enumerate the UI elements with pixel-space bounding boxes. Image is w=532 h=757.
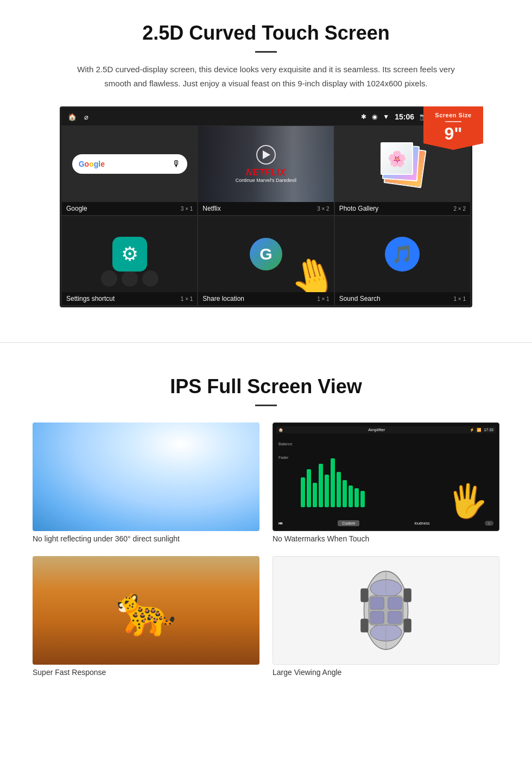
cheetah-emoji: 🐆 xyxy=(116,582,176,639)
app-tile-netflix[interactable]: NETFLIX Continue Marvel's Daredevil Netf… xyxy=(198,125,334,216)
shadow-circle-2 xyxy=(122,270,138,287)
share-app-name: Share location xyxy=(202,295,244,302)
amp-title: Amplifier xyxy=(368,427,385,432)
amp-toggle[interactable]: ○ xyxy=(485,521,493,526)
amp-bottom-bar: ⏮ Custom loudness ○ xyxy=(276,519,496,527)
netflix-overlay: NETFLIX Continue Marvel's Daredevil xyxy=(204,145,328,183)
google-app-name: Google xyxy=(66,205,87,212)
page-separator xyxy=(0,342,532,343)
shadow-circle-3 xyxy=(142,270,159,287)
amp-bar-3 xyxy=(313,483,317,507)
apps-grid-row2: ⚙ Settings shortcut 1 × 1 xyxy=(61,216,471,306)
netflix-app-size: 3 × 2 xyxy=(317,206,330,212)
sunlight-image xyxy=(33,422,259,531)
section1-title: 2.5D Curved Touch Screen xyxy=(33,22,499,45)
sound-icon-circle: 🎵 xyxy=(385,237,420,272)
app-tile-sound-search[interactable]: 🎵 Sound Search 1 × 1 xyxy=(334,216,471,306)
netflix-play-button[interactable] xyxy=(256,145,276,165)
app-tile-share-location[interactable]: G 🤚 Share location 1 × 1 xyxy=(198,216,334,306)
photo-label: Photo Gallery 2 × 2 xyxy=(335,202,470,215)
amplifier-label: No Watermarks When Touch xyxy=(273,534,499,543)
amp-bar-5 xyxy=(325,475,329,507)
amp-custom-btn[interactable]: Custom xyxy=(338,520,359,526)
amp-bars-container: 🖐 xyxy=(301,438,493,515)
sunlight-label: No light reflecting under 360° direct su… xyxy=(33,534,259,543)
amp-label-fader: Fader xyxy=(278,456,297,459)
svg-rect-5 xyxy=(388,597,402,610)
bluetooth-icon: ✱ xyxy=(361,113,366,121)
hu-statusbar: 🏠 ⌀ ✱ ◉ ▼ 15:06 📷 🔊 ☒ ▭ xyxy=(61,108,471,125)
car-label: Large Viewing Angle xyxy=(273,668,499,677)
svg-rect-10 xyxy=(360,619,368,632)
section-curved: 2.5D Curved Touch Screen With 2.5D curve… xyxy=(0,0,532,326)
badge-size: 9" xyxy=(428,125,479,142)
section1-divider xyxy=(255,51,277,53)
amp-bar-7 xyxy=(337,472,341,507)
amp-hand-icon: 🖐 xyxy=(447,482,488,520)
gear-icon: ⚙ xyxy=(121,243,138,266)
hand-icon: 🤚 xyxy=(284,250,334,292)
svg-rect-9 xyxy=(403,589,411,602)
svg-rect-7 xyxy=(388,611,402,624)
amp-sidebar: Balance Fader xyxy=(278,438,297,459)
app-tile-google[interactable]: Google 🎙 Google 3 × 1 xyxy=(61,125,198,216)
home-icon[interactable]: 🏠 xyxy=(68,113,77,121)
sound-label: Sound Search 1 × 1 xyxy=(335,292,470,305)
amp-home-icon: 🏠 xyxy=(278,428,283,432)
device-mockup: Screen Size 9" 🏠 ⌀ ✱ ◉ ▼ 15:06 📷 🔊 ☒ xyxy=(54,106,478,307)
app-tile-settings[interactable]: ⚙ Settings shortcut 1 × 1 xyxy=(61,216,198,306)
feature-sunlight: No light reflecting under 360° direct su… xyxy=(33,422,259,543)
hu-time: 15:06 xyxy=(395,112,414,121)
amp-wifi-icon: 📶 xyxy=(477,428,482,432)
flower-icon: 🌸 xyxy=(388,150,407,168)
feature-cheetah: 🐆 Super Fast Response xyxy=(33,556,259,677)
maps-icon: G xyxy=(250,238,282,270)
netflix-tile-content: NETFLIX Continue Marvel's Daredevil xyxy=(198,126,333,202)
settings-app-size: 1 × 1 xyxy=(181,296,193,302)
feature-car: Large Viewing Angle xyxy=(273,556,499,677)
cheetah-image: 🐆 xyxy=(33,556,259,665)
settings-app-name: Settings shortcut xyxy=(66,295,115,302)
signal-icon: ▼ xyxy=(383,113,389,121)
share-label: Share location 1 × 1 xyxy=(198,292,333,305)
netflix-logo: NETFLIX xyxy=(204,168,328,178)
amp-time: 17:33 xyxy=(484,428,493,432)
google-search-bar[interactable]: Google 🎙 xyxy=(72,154,187,174)
mic-icon[interactable]: 🎙 xyxy=(172,159,181,169)
sound-app-name: Sound Search xyxy=(339,295,381,302)
sound-bg: 🎵 xyxy=(335,216,470,292)
netflix-subtitle: Continue Marvel's Daredevil xyxy=(204,178,328,183)
amp-top-bar: 🏠 Amplifier ⚡ 📶 17:33 xyxy=(276,426,496,433)
settings-label: Settings shortcut 1 × 1 xyxy=(62,292,197,305)
svg-rect-4 xyxy=(370,597,384,610)
google-app-size: 3 × 1 xyxy=(181,206,193,212)
google-bg: Google 🎙 xyxy=(62,126,197,202)
amp-bar-8 xyxy=(343,480,347,507)
settings-tile-content: ⚙ xyxy=(62,216,197,292)
amp-label-balance: Balance xyxy=(278,442,297,446)
svg-rect-6 xyxy=(370,611,384,624)
feature-amplifier: 🏠 Amplifier ⚡ 📶 17:33 Balance Fader xyxy=(273,422,499,543)
share-app-size: 1 × 1 xyxy=(317,296,330,302)
netflix-bg: NETFLIX Continue Marvel's Daredevil xyxy=(198,126,333,202)
amp-bar-10 xyxy=(354,488,359,507)
amplifier-image: 🏠 Amplifier ⚡ 📶 17:33 Balance Fader xyxy=(273,422,499,531)
google-label: Google 3 × 1 xyxy=(62,202,197,215)
car-image xyxy=(273,556,499,665)
google-logo: Google xyxy=(79,160,105,168)
amp-bar-1 xyxy=(301,477,305,507)
hu-screen: 🏠 ⌀ ✱ ◉ ▼ 15:06 📷 🔊 ☒ ▭ xyxy=(60,106,472,307)
badge-label: Screen Size xyxy=(428,112,479,118)
photo-card-front: 🌸 xyxy=(381,142,413,175)
svg-rect-8 xyxy=(360,589,368,602)
amp-content: Balance Fader xyxy=(276,436,496,517)
location-icon: ◉ xyxy=(372,113,377,121)
amp-prev-icon: ⏮ xyxy=(278,521,283,526)
section-ips: IPS Full Screen View No light reflecting… xyxy=(0,359,532,698)
section2-title: IPS Full Screen View xyxy=(33,375,499,398)
music-note-icon: 🎵 xyxy=(391,244,413,264)
features-grid: No light reflecting under 360° direct su… xyxy=(33,422,499,677)
amp-eq-icon: ⚡ xyxy=(470,428,474,432)
amp-bar-6 xyxy=(331,458,335,507)
photo-stack: 🌸 xyxy=(381,142,424,186)
